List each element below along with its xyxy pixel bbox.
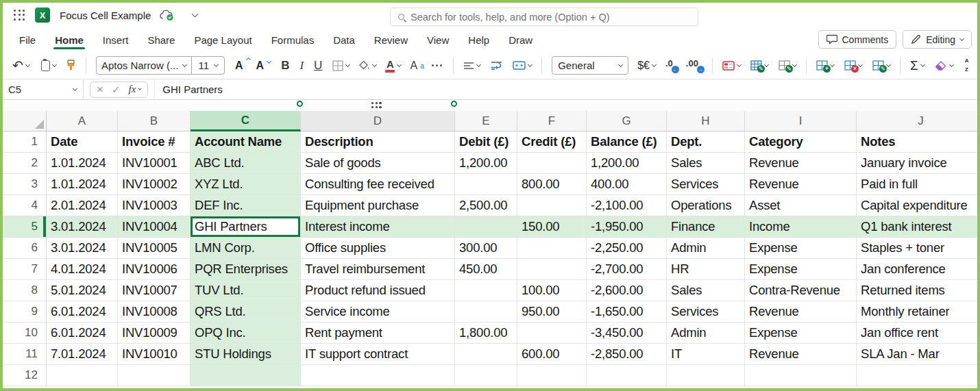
- cell-F11[interactable]: 600.00: [517, 344, 587, 365]
- cell-F5[interactable]: 150.00: [517, 216, 587, 238]
- cell-B3[interactable]: INV10002: [118, 174, 191, 195]
- insert-cells-button[interactable]: +: [816, 60, 834, 71]
- decrease-decimal-button[interactable]: .0 ←: [665, 58, 677, 73]
- cell-A12[interactable]: [47, 365, 118, 386]
- row-header-5[interactable]: 5: [3, 216, 47, 238]
- cell-A10[interactable]: 6.01.2024: [47, 323, 118, 344]
- cell-E4[interactable]: 2,500.00: [455, 195, 517, 216]
- cell-E1[interactable]: Debit (£): [455, 131, 517, 153]
- cell-D11[interactable]: IT support contract: [301, 344, 455, 365]
- fill-color-button[interactable]: [358, 60, 376, 71]
- cell-H2[interactable]: Sales: [667, 153, 745, 174]
- cell-G11[interactable]: -2,850.00: [587, 344, 667, 365]
- cell-I10[interactable]: Expense: [745, 323, 857, 344]
- menu-tab-data[interactable]: Data: [323, 27, 365, 52]
- cell-A4[interactable]: 2.01.2024: [47, 195, 118, 216]
- cell-A9[interactable]: 6.01.2024: [47, 301, 118, 323]
- cell-F8[interactable]: 100.00: [517, 280, 587, 301]
- column-header-C[interactable]: C: [191, 111, 301, 131]
- sort-filter-button[interactable]: A Z: [965, 58, 969, 73]
- cell-G2[interactable]: 1,200.00: [587, 153, 667, 174]
- clear-button[interactable]: [935, 61, 953, 71]
- cell-C11[interactable]: STU Holdings: [191, 344, 301, 365]
- cell-H6[interactable]: Admin: [667, 238, 745, 259]
- cancel-entry-button[interactable]: ×: [97, 83, 103, 97]
- cell-C2[interactable]: ABC Ltd.: [191, 153, 301, 174]
- cell-B10[interactable]: INV10009: [118, 323, 191, 344]
- cell-B7[interactable]: INV10006: [118, 259, 191, 280]
- format-as-table-button[interactable]: ✎: [750, 60, 768, 71]
- row-header-6[interactable]: 6: [3, 238, 47, 259]
- menu-tab-insert[interactable]: Insert: [93, 27, 138, 52]
- cell-G1[interactable]: Balance (£): [587, 131, 667, 153]
- cell-I12[interactable]: [745, 365, 857, 386]
- cell-J10[interactable]: Jan office rent: [857, 323, 977, 344]
- cell-E10[interactable]: 1,800.00: [455, 323, 517, 344]
- merge-cells-button[interactable]: [513, 61, 532, 70]
- italic-button[interactable]: I: [299, 59, 304, 73]
- column-resize-handle-left-icon[interactable]: [297, 101, 303, 107]
- cell-C10[interactable]: OPQ Inc.: [191, 323, 301, 344]
- row-header-8[interactable]: 8: [3, 280, 47, 301]
- row-header-11[interactable]: 11: [3, 344, 47, 365]
- column-header-A[interactable]: A: [47, 111, 118, 131]
- column-header-F[interactable]: F: [517, 111, 587, 131]
- cell-D8[interactable]: Product refund issued: [301, 280, 455, 301]
- cell-A7[interactable]: 4.01.2024: [47, 259, 118, 280]
- cell-H4[interactable]: Operations: [667, 195, 745, 216]
- cell-G12[interactable]: [587, 365, 667, 386]
- column-header-D[interactable]: D: [301, 111, 455, 131]
- menu-tab-share[interactable]: Share: [138, 27, 184, 52]
- cell-D7[interactable]: Travel reimbursement: [301, 259, 455, 280]
- cell-E7[interactable]: 450.00: [455, 259, 517, 280]
- cell-J7[interactable]: Jan conference: [857, 259, 977, 280]
- cell-A1[interactable]: Date: [47, 131, 118, 153]
- column-drag-handle-icon[interactable]: [371, 102, 382, 108]
- cell-A3[interactable]: 1.01.2024: [47, 174, 118, 195]
- cell-D4[interactable]: Equipment purchase: [301, 195, 455, 216]
- cell-H1[interactable]: Dept.: [667, 131, 745, 153]
- cell-F1[interactable]: Credit (£): [517, 131, 587, 153]
- more-font-options-button[interactable]: [430, 64, 443, 66]
- wrap-text-button[interactable]: [491, 61, 502, 70]
- cell-J3[interactable]: Paid in full: [857, 174, 977, 195]
- cell-D3[interactable]: Consulting fee received: [301, 174, 455, 195]
- cell-H9[interactable]: Services: [667, 301, 745, 323]
- cell-G7[interactable]: -2,700.00: [587, 259, 667, 280]
- column-header-I[interactable]: I: [745, 111, 857, 131]
- cell-C7[interactable]: PQR Enterprises: [191, 259, 301, 280]
- cell-F12[interactable]: [517, 365, 587, 386]
- cell-H3[interactable]: Services: [667, 174, 745, 195]
- cell-I1[interactable]: Category: [745, 131, 857, 153]
- cell-J2[interactable]: January invoice: [857, 153, 977, 174]
- cell-B11[interactable]: INV10010: [118, 344, 191, 365]
- column-header-H[interactable]: H: [667, 111, 745, 131]
- cell-G8[interactable]: -2,600.00: [587, 280, 667, 301]
- cell-G9[interactable]: -1,650.00: [587, 301, 667, 323]
- cell-I6[interactable]: Expense: [745, 238, 857, 259]
- cell-H12[interactable]: [667, 365, 745, 386]
- column-header-J[interactable]: J: [857, 111, 977, 131]
- format-painter-button[interactable]: [66, 60, 76, 71]
- search-input[interactable]: Search for tools, help, and more (Option…: [390, 8, 698, 26]
- undo-button[interactable]: ↶: [12, 58, 29, 73]
- cell-J9[interactable]: Monthly retainer: [857, 301, 977, 323]
- menu-tab-page-layout[interactable]: Page Layout: [184, 27, 261, 52]
- document-title[interactable]: Focus Cell Example: [60, 10, 151, 21]
- cell-E5[interactable]: [455, 216, 517, 238]
- row-header-3[interactable]: 3: [3, 174, 47, 195]
- app-launcher-icon[interactable]: [14, 10, 25, 21]
- cell-B5[interactable]: INV10004: [118, 216, 191, 238]
- cell-G4[interactable]: -2,100.00: [587, 195, 667, 216]
- cell-D10[interactable]: Rent payment: [301, 323, 455, 344]
- cell-F3[interactable]: 800.00: [517, 174, 587, 195]
- menu-tab-view[interactable]: View: [417, 27, 458, 52]
- row-header-10[interactable]: 10: [3, 323, 47, 344]
- currency-format-button[interactable]: $€: [637, 60, 656, 72]
- cell-D9[interactable]: Service income: [301, 301, 455, 323]
- formula-input[interactable]: GHI Partners: [154, 79, 977, 99]
- excel-logo-icon[interactable]: X: [35, 8, 50, 23]
- menu-tab-review[interactable]: Review: [365, 27, 417, 52]
- name-box[interactable]: C5: [3, 79, 84, 99]
- cell-H7[interactable]: HR: [667, 259, 745, 280]
